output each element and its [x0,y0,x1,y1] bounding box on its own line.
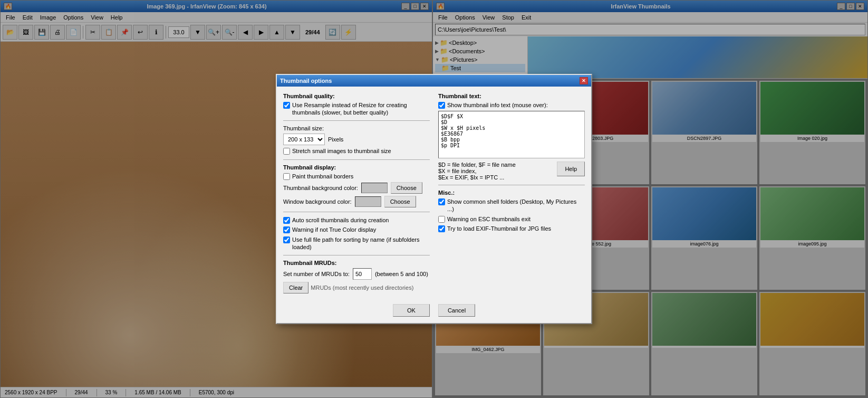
stretch-row: Stretch small images to thumbnail size [283,147,430,155]
dialog-title: Thumbnail options [280,78,332,84]
pixels-label: Pixels [328,136,343,143]
display-section-label: Thumbnail display: [283,164,430,170]
choose-bg-button[interactable]: Choose [391,182,422,194]
bg-color-swatch [361,183,388,193]
clear-mruds-button[interactable]: Clear [283,282,308,293]
bg-color-row: Thumbnail background color: Choose [283,182,430,194]
misc-label: Misc.: [438,189,585,196]
dialog-left-col: Thumbnail quality: Use Resample instead … [283,93,430,293]
window-color-row: Window background color: Choose [283,196,430,207]
stretch-checkbox[interactable] [283,148,290,155]
divider-2 [283,159,430,160]
dialog-right-col: Thumbnail text: Show thumbnail info text… [438,93,585,293]
choose-window-button[interactable]: Choose [384,196,416,207]
auto-scroll-label: Auto scroll thumbnails during creation [292,216,389,224]
full-path-row: Use full file path for sorting by name (… [283,236,430,251]
dialog-close-button[interactable]: ✕ [580,77,588,84]
dialog-body: Thumbnail quality: Use Resample instead … [277,87,591,300]
try-exif-checkbox[interactable] [438,225,445,232]
auto-scroll-checkbox[interactable] [283,217,290,224]
auto-scroll-row: Auto scroll thumbnails during creation [283,216,430,224]
modal-overlay: Thumbnail options ✕ Thumbnail quality: U… [0,0,868,398]
quality-section-label: Thumbnail quality: [283,93,430,99]
size-row: Thumbnail size: [283,125,430,131]
misc-section: Misc.: Show common shell folders (Deskto… [438,189,585,232]
show-info-row: Show thumbnail info text (mouse over): [438,101,585,109]
warning-esc-label: Warning on ESC thumbnails exit [447,215,531,223]
mruds-desc: MRUDs (most recently used directories) [311,285,413,291]
show-shell-row: Show common shell folders (Desktop, My P… [438,198,585,213]
mruds-value-input[interactable] [353,268,372,280]
warning-color-checkbox[interactable] [283,226,290,233]
divider-3 [283,212,430,212]
show-shell-label: Show common shell folders (Desktop, My P… [447,198,585,213]
paint-borders-row: Paint thumbnail borders [283,173,430,180]
full-path-label: Use full file path for sorting by name (… [292,236,430,251]
dialog-title-bar: Thumbnail options ✕ [277,75,591,87]
divider-4 [283,255,430,255]
thumbnail-options-dialog: Thumbnail options ✕ Thumbnail quality: U… [276,74,592,324]
bg-color-label: Thumbnail background color: [283,185,358,191]
help-text-area: Help $D = file folder, $F = file name $X… [438,162,585,181]
warning-esc-row: Warning on ESC thumbnails exit [438,215,585,223]
stretch-label: Stretch small images to thumbnail size [292,147,391,155]
warning-color-row: Warning if not True Color display [283,226,430,233]
info-text-area[interactable]: $D$F $X $D $W x $H pixels $E36867 $B bpp… [438,111,585,158]
warning-esc-checkbox[interactable] [438,216,445,223]
divider-1 [283,120,430,121]
help-button[interactable]: Help [557,162,585,176]
paint-borders-checkbox[interactable] [283,173,290,180]
mruds-input-row: Set number of MRUDs to: (between 5 and 1… [283,268,430,280]
show-info-label: Show thumbnail info text (mouse over): [447,101,548,109]
set-mruds-label: Set number of MRUDs to: [283,271,350,277]
resample-row: Use Resample instead of Resize for creat… [283,101,430,117]
try-exif-row: Try to load EXIF-Thumbnail for JPG files [438,225,585,232]
resample-checkbox[interactable] [283,102,290,109]
resample-label: Use Resample instead of Resize for creat… [292,101,430,117]
show-info-checkbox[interactable] [438,102,445,109]
text-section-label: Thumbnail text: [438,93,585,99]
mruds-section-label: Thumbnail MRUDs: [283,260,430,266]
size-input-row: 200 x 133 100 x 75 150 x 100 Pixels [283,134,430,145]
try-exif-label: Try to load EXIF-Thumbnail for JPG files [447,225,551,232]
show-shell-checkbox[interactable] [438,198,445,205]
mruds-range-label: (between 5 and 100) [375,271,428,277]
full-path-checkbox[interactable] [283,236,290,243]
dialog-footer: OK Cancel [277,300,591,323]
paint-borders-label: Paint thumbnail borders [292,173,353,180]
dialog-columns: Thumbnail quality: Use Resample instead … [283,93,585,293]
window-color-label: Window background color: [283,198,352,205]
warning-color-label: Warning if not True Color display [292,226,376,233]
size-label: Thumbnail size: [283,125,324,131]
size-dropdown[interactable]: 200 x 133 100 x 75 150 x 100 [283,134,325,145]
cancel-button[interactable]: Cancel [438,304,475,317]
window-color-swatch [355,196,381,207]
mruds-clear-row: Clear MRUDs (most recently used director… [283,282,430,293]
divider-5 [438,185,585,185]
ok-button[interactable]: OK [393,304,430,317]
